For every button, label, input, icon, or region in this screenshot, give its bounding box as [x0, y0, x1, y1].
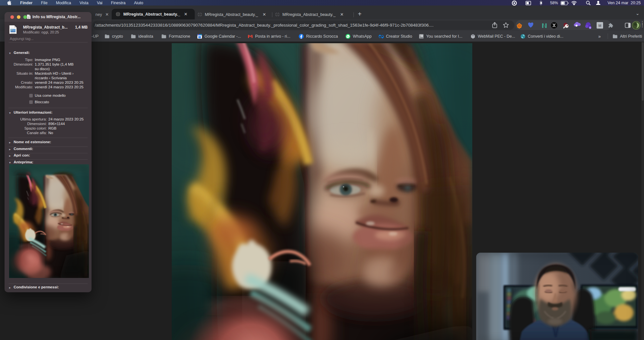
svg-text:5: 5	[589, 27, 591, 29]
svg-text:M: M	[598, 24, 601, 28]
